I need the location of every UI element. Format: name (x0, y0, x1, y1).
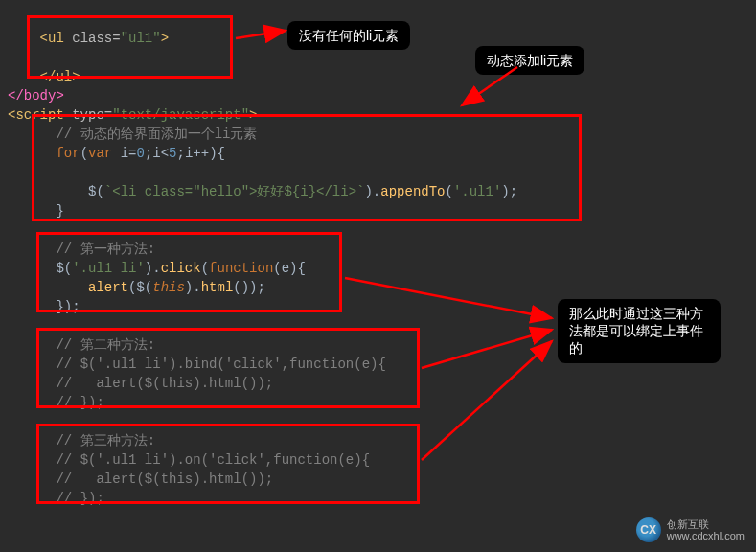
watermark: CX 创新互联 www.cdcxhl.com (636, 518, 745, 542)
line-m2-2: // alert($(this).html()); (8, 376, 273, 391)
line-m1c: // 第一种方法: (8, 242, 155, 257)
line-body-close: </body> (8, 88, 64, 104)
line-m1-2: alert($(this).html()); (8, 280, 265, 295)
line-m3-1: // $('.ul1 li').on('click',function(e){ (8, 452, 370, 468)
watermark-name: 创新互联 (667, 518, 745, 530)
line-m1-1: $('.ul1 li').click(function(e){ (8, 261, 306, 276)
code-block: <ul class="ul1"> </ul> </body> <script t… (0, 0, 517, 508)
watermark-text: 创新互联 www.cdcxhl.com (667, 518, 745, 541)
watermark-logo-icon: CX (636, 518, 661, 542)
line-script-open: <script type="text/javascript"> (8, 107, 257, 123)
line-blank (8, 50, 15, 65)
line-blank2 (8, 165, 15, 180)
line-blank5 (8, 414, 15, 429)
line-m2-1: // $('.ul1 li').bind('click',function(e)… (8, 356, 386, 372)
line-blank3 (8, 222, 15, 238)
line-m2-3: // }); (8, 395, 104, 410)
line-m1-3: }); (8, 299, 80, 314)
line-for: for(var i=0;i<5;i++){ (8, 146, 225, 161)
line-comment-dyn: // 动态的给界面添加一个li元素 (8, 126, 257, 142)
line-m2c: // 第二种方法: (8, 337, 155, 353)
annotation-three-methods: 那么此时通过这三种方法都是可以绑定上事件的 (558, 299, 721, 363)
line-m3-3: // }); (8, 491, 104, 506)
line-for-close: } (8, 203, 64, 218)
line-ul-close: </ul> (8, 69, 80, 84)
watermark-url: www.cdcxhl.com (667, 530, 745, 541)
line-m3c: // 第三种方法: (8, 433, 155, 448)
line-append: $(`<li class="hello">好好${i}</li>`).appen… (8, 184, 517, 199)
line-ul-open: <ul class="ul1"> (8, 31, 169, 46)
line-blank4 (8, 318, 15, 334)
line-m3-2: // alert($(this).html()); (8, 472, 273, 487)
